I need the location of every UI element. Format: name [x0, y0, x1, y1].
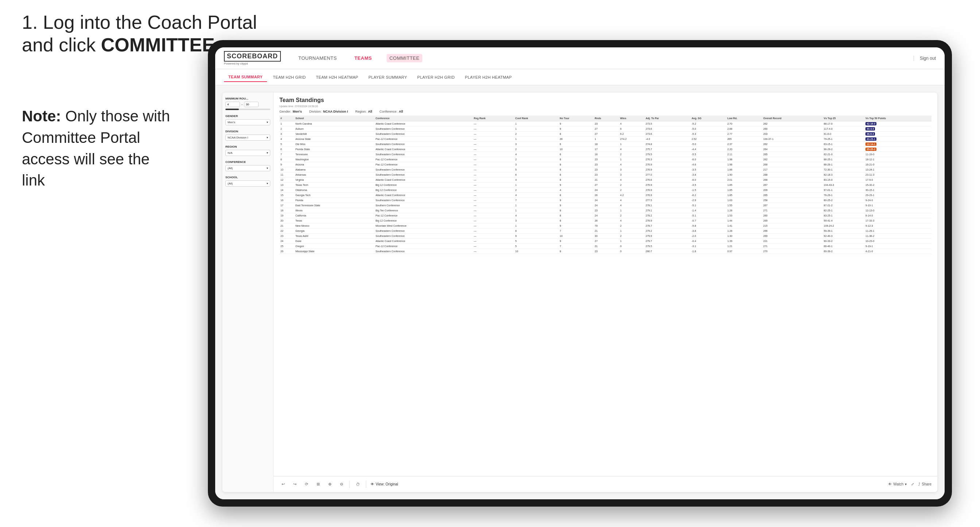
- sidebar-range-sep: -: [242, 103, 243, 106]
- cell-11: 221: [762, 239, 823, 244]
- table-row[interactable]: 24DukeAtlantic Coast Conference—59271279…: [279, 239, 931, 244]
- cell-4: 8: [514, 229, 559, 233]
- cell-2: Southeastern Conference: [375, 152, 473, 157]
- cell-6: 18: [594, 152, 619, 157]
- cell-0: 22: [279, 229, 294, 233]
- clock-icon[interactable]: ⏱: [354, 481, 361, 488]
- table-row[interactable]: 6Florida StateAtlantic Coast Conference—…: [279, 147, 931, 152]
- cell-4: 1: [514, 203, 559, 208]
- cell-7: 4: [619, 147, 644, 152]
- cell-2: Atlantic Coast Conference: [375, 147, 473, 152]
- table-row[interactable]: 17East Tennessee StateSouthern Conferenc…: [279, 203, 931, 208]
- sidebar-school-label: School: [225, 176, 270, 179]
- undo-icon[interactable]: ↩: [279, 481, 287, 488]
- table-row[interactable]: 25OregonPac-12 Conference—57210279.5-3.1…: [279, 244, 931, 249]
- cell-9: -6.0: [690, 178, 726, 183]
- cell-3: —: [473, 137, 514, 142]
- sub-nav-player-h2h-grid[interactable]: PLAYER H2H GRID: [413, 73, 459, 82]
- share-button[interactable]: ⤴ Share: [918, 482, 931, 486]
- table-row[interactable]: 22GeorgiaSoutheastern Conference—8721127…: [279, 229, 931, 233]
- sidebar-conference-select[interactable]: (All) ▾: [225, 165, 270, 171]
- table-container[interactable]: # School Conference Reg Rank Conf Rank N…: [274, 116, 937, 476]
- sidebar-division-select[interactable]: NCAA Division I ▾: [225, 135, 270, 141]
- minus-icon[interactable]: ⊖: [338, 481, 345, 488]
- watch-label: Watch: [893, 482, 904, 486]
- cell-13: 11-38-2: [864, 233, 931, 239]
- cell-13: 35-25-2: [864, 147, 931, 152]
- cell-7: 6.2: [619, 132, 644, 137]
- cell-8: 273.6: [644, 127, 690, 132]
- sub-nav: TEAM SUMMARY TEAM H2H GRID TEAM H2H HEAT…: [215, 69, 945, 85]
- nav-committee[interactable]: COMMITTEE: [387, 54, 423, 62]
- table-row[interactable]: 4Arizona StatePac-12 Conference—1261274.…: [279, 137, 931, 142]
- table-row[interactable]: 5Ole MissSoutheastern Conference—3618127…: [279, 142, 931, 147]
- sidebar-slider[interactable]: [225, 109, 270, 110]
- filter-region: Region: All: [355, 110, 372, 113]
- cell-10: 1.85: [726, 183, 762, 188]
- sidebar-min-input[interactable]: [225, 102, 240, 107]
- cell-4: 1: [514, 224, 559, 229]
- table-row[interactable]: 7TennesseeSoutheastern Conference—461822…: [279, 152, 931, 157]
- table-row[interactable]: 10AlabamaSoutheastern Conference—5623327…: [279, 167, 931, 172]
- cell-9: -5.3: [690, 132, 726, 137]
- cell-1: Oregon: [294, 244, 375, 249]
- add-icon[interactable]: ⊕: [326, 481, 333, 488]
- sub-nav-player-h2h-heatmap[interactable]: PLAYER H2H HEATMAP: [461, 73, 516, 82]
- sub-nav-player-summary[interactable]: PLAYER SUMMARY: [364, 73, 411, 82]
- table-row[interactable]: 15Georgia TechAtlantic Coast Conference—…: [279, 193, 931, 198]
- cell-13: 17-9-0: [864, 178, 931, 183]
- sub-nav-team-h2h-grid[interactable]: TEAM H2H GRID: [269, 73, 310, 82]
- cell-3: —: [473, 239, 514, 244]
- cell-2: Pac-12 Conference: [375, 244, 473, 249]
- table-row[interactable]: 2AuburnSoutheastern Conference—19276273.…: [279, 127, 931, 132]
- table-row[interactable]: 21New MexicoMountain West Conference—197…: [279, 224, 931, 229]
- refresh-icon[interactable]: ⟳: [303, 481, 310, 488]
- cell-13: 30-15-1: [864, 188, 931, 193]
- table-row[interactable]: 3VanderbiltSoutheastern Conference—28276…: [279, 132, 931, 137]
- table-row[interactable]: 18IllinoisBig Ten Conference—18231279.1-…: [279, 208, 931, 213]
- table-row[interactable]: 20TexasBig 12 Conference—38264278.9-0.71…: [279, 218, 931, 224]
- copy-icon[interactable]: ⊞: [314, 481, 322, 488]
- watch-chevron: ▾: [905, 482, 907, 486]
- cell-1: Florida: [294, 198, 375, 203]
- sidebar-region-select[interactable]: N/A ▾: [225, 150, 270, 156]
- cell-7: 0: [619, 244, 644, 249]
- cell-2: Big 12 Conference: [375, 218, 473, 224]
- table-row[interactable]: 26Mississippi StateSoutheastern Conferen…: [279, 249, 931, 254]
- sub-nav-team-h2h-heatmap[interactable]: TEAM H2H HEATMAP: [312, 73, 363, 82]
- sidebar-gender-select[interactable]: Men's ▾: [225, 119, 270, 125]
- col-avg-sg: Avg. SG: [690, 116, 726, 121]
- table-row[interactable]: 12VirginiaAtlantic Coast Conference—4821…: [279, 178, 931, 183]
- sign-out-button[interactable]: Sign out: [914, 56, 936, 61]
- cell-3: —: [473, 208, 514, 213]
- cell-2: Atlantic Coast Conference: [375, 239, 473, 244]
- table-row[interactable]: 23Texas A&MSoutheastern Conference—91030…: [279, 233, 931, 239]
- export-button[interactable]: ⤢: [911, 482, 914, 486]
- nav-teams[interactable]: TEAMS: [352, 54, 375, 62]
- table-row[interactable]: 9ArizonaPac-12 Conference—38234276.9-4.6…: [279, 162, 931, 167]
- sidebar-max-input[interactable]: [244, 102, 259, 107]
- table-row[interactable]: 16FloridaSoutheastern Conference—7924427…: [279, 198, 931, 203]
- cell-7: 1: [619, 208, 644, 213]
- sidebar-school-select[interactable]: (All) ▾: [225, 180, 270, 187]
- cell-5: 6: [559, 142, 594, 147]
- main-content: Minimum Rou... - Gender Men': [215, 85, 945, 499]
- cell-1: Texas: [294, 218, 375, 224]
- cell-8: 276.9: [644, 193, 690, 198]
- view-original-button[interactable]: 👁 View: Original: [371, 482, 398, 486]
- cell-2: Southeastern Conference: [375, 127, 473, 132]
- nav-tournaments[interactable]: TOURNAMENTS: [296, 54, 340, 62]
- table-row[interactable]: 11ArkansasSoutheastern Conference—682332…: [279, 172, 931, 178]
- table-row[interactable]: 13Texas TechBig 12 Conference—19272276.9…: [279, 183, 931, 188]
- filter-gender-label: Gender:: [279, 110, 291, 113]
- table-row[interactable]: 19CaliforniaPac-12 Conference—48242278.2…: [279, 213, 931, 218]
- table-row[interactable]: 8WashingtonPac-12 Conference—28231276.3-…: [279, 157, 931, 162]
- redo-icon[interactable]: ↪: [291, 481, 298, 488]
- table-row[interactable]: 1North CarolinaAtlantic Coast Conference…: [279, 121, 931, 127]
- cell-9: -1.4: [690, 208, 726, 213]
- watch-button[interactable]: 👁 Watch ▾: [888, 482, 907, 486]
- table-row[interactable]: 14OklahomaBig 12 Conference—24242276.9-1…: [279, 188, 931, 193]
- cell-5: 8: [559, 162, 594, 167]
- cell-4: 3: [514, 218, 559, 224]
- sub-nav-team-summary[interactable]: TEAM SUMMARY: [224, 73, 267, 82]
